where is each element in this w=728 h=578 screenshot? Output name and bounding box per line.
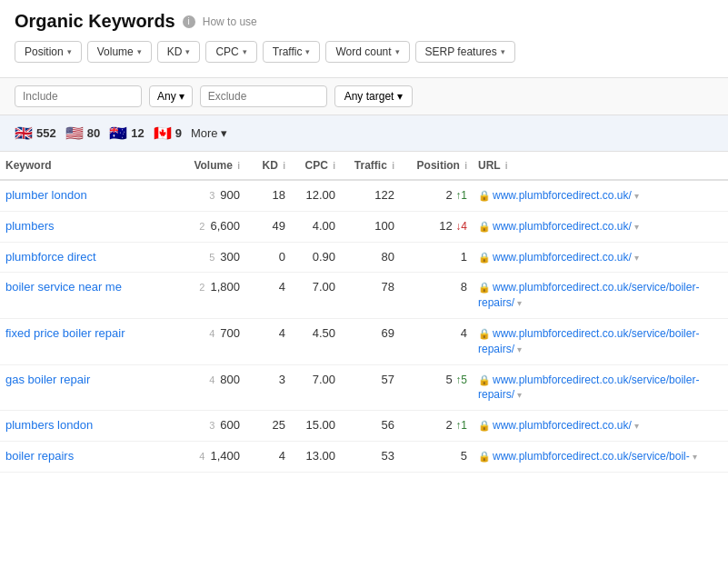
volume-cell: 41,400 — [182, 441, 245, 472]
position-cell: 5 ↑5 — [400, 364, 473, 411]
page-title: Organic Keywords — [15, 11, 175, 32]
title-row: Organic Keywords i How to use — [15, 11, 713, 32]
keyword-cell[interactable]: plumbers london — [0, 411, 182, 442]
volume-cell: 26,600 — [182, 211, 245, 242]
col-header-position: Position i — [400, 152, 473, 180]
kd-cell: 25 — [245, 411, 291, 442]
traffic-cell: 53 — [341, 441, 400, 472]
page-header: Organic Keywords i How to use Position▾V… — [0, 0, 728, 78]
kd-cell: 0 — [245, 242, 291, 273]
url-cell[interactable]: 🔒www.plumbforcedirect.co.uk/service/boil… — [473, 364, 728, 411]
position-cell: 8 — [400, 273, 473, 319]
url-cell[interactable]: 🔒www.plumbforcedirect.co.uk/service/boil… — [473, 318, 728, 364]
cpc-cell: 12.00 — [291, 180, 341, 211]
keyword-cell[interactable]: plumbers — [0, 211, 182, 242]
flag-item-uk[interactable]: 🇬🇧552 — [15, 125, 56, 142]
kd-cell: 4 — [245, 273, 291, 319]
table-row: fixed price boiler repair470044.50694🔒ww… — [0, 318, 728, 364]
col-header-kd: KD i — [245, 152, 291, 180]
kd-cell: 18 — [245, 180, 291, 211]
flag-item-au[interactable]: 🇦🇺12 — [109, 125, 144, 142]
cpc-cell: 7.00 — [291, 364, 341, 411]
keyword-cell[interactable]: boiler service near me — [0, 273, 182, 319]
kd-cell: 4 — [245, 318, 291, 364]
volume-cell: 21,800 — [182, 273, 245, 319]
table-row: plumber london39001812.001222 ↑1🔒www.plu… — [0, 180, 728, 211]
kd-cell: 4 — [245, 441, 291, 472]
keyword-cell[interactable]: fixed price boiler repair — [0, 318, 182, 364]
filter-btn-word-count[interactable]: Word count▾ — [325, 41, 409, 63]
traffic-cell: 56 — [341, 411, 400, 442]
filter-btn-kd[interactable]: KD▾ — [157, 41, 201, 63]
table-row: plumbers london36002515.00562 ↑1🔒www.plu… — [0, 411, 728, 442]
cpc-cell: 15.00 — [291, 411, 341, 442]
cpc-cell: 7.00 — [291, 273, 341, 319]
table-row: boiler repairs41,400413.00535🔒www.plumbf… — [0, 441, 728, 472]
flags-row: 🇬🇧552🇺🇸80🇦🇺12🇨🇦9More▾ — [0, 115, 728, 152]
table-row: boiler service near me21,80047.00788🔒www… — [0, 273, 728, 319]
position-cell: 12 ↓4 — [400, 211, 473, 242]
url-cell[interactable]: 🔒www.plumbforcedirect.co.uk/ ▾ — [473, 211, 728, 242]
filter-buttons: Position▾Volume▾KD▾CPC▾Traffic▾Word coun… — [15, 41, 713, 63]
traffic-cell: 122 — [341, 180, 400, 211]
exclude-input[interactable] — [200, 85, 327, 107]
flag-item-ca[interactable]: 🇨🇦9 — [154, 125, 182, 142]
position-cell: 2 ↑1 — [400, 180, 473, 211]
filter-btn-traffic[interactable]: Traffic▾ — [263, 41, 321, 63]
keyword-cell[interactable]: plumbforce direct — [0, 242, 182, 273]
filter-btn-volume[interactable]: Volume▾ — [87, 41, 152, 63]
more-flags-button[interactable]: More▾ — [191, 126, 227, 140]
url-cell[interactable]: 🔒www.plumbforcedirect.co.uk/ ▾ — [473, 242, 728, 273]
traffic-cell: 69 — [341, 318, 400, 364]
col-header-url: URL i — [473, 152, 728, 180]
traffic-cell: 100 — [341, 211, 400, 242]
col-header-traffic: Traffic i — [341, 152, 400, 180]
filter-btn-cpc[interactable]: CPC▾ — [205, 41, 256, 63]
col-header-cpc: CPC i — [291, 152, 341, 180]
how-to-use-link[interactable]: How to use — [203, 15, 257, 28]
volume-cell: 4800 — [182, 364, 245, 411]
filter-row: Any ▾ Any target ▾ — [0, 78, 728, 115]
volume-cell: 4700 — [182, 318, 245, 364]
keywords-table: Keyword Volume i KD i CPC i Traffic i Po… — [0, 152, 728, 473]
url-cell[interactable]: 🔒www.plumbforcedirect.co.uk/service/boil… — [473, 273, 728, 319]
kd-cell: 3 — [245, 364, 291, 411]
url-cell[interactable]: 🔒www.plumbforcedirect.co.uk/service/boil… — [473, 441, 728, 472]
any-target-button[interactable]: Any target ▾ — [334, 85, 413, 107]
cpc-cell: 0.90 — [291, 242, 341, 273]
keyword-cell[interactable]: boiler repairs — [0, 441, 182, 472]
volume-cell: 3600 — [182, 411, 245, 442]
cpc-cell: 4.00 — [291, 211, 341, 242]
traffic-cell: 78 — [341, 273, 400, 319]
keyword-cell[interactable]: plumber london — [0, 180, 182, 211]
col-header-keyword: Keyword — [0, 152, 182, 180]
position-cell: 2 ↑1 — [400, 411, 473, 442]
cpc-cell: 4.50 — [291, 318, 341, 364]
flag-item-us[interactable]: 🇺🇸80 — [65, 125, 100, 142]
position-cell: 5 — [400, 441, 473, 472]
table-row: plumbforce direct530000.90801🔒www.plumbf… — [0, 242, 728, 273]
table-row: gas boiler repair480037.00575 ↑5🔒www.plu… — [0, 364, 728, 411]
title-info-icon[interactable]: i — [183, 15, 195, 28]
include-input[interactable] — [15, 85, 142, 107]
cpc-cell: 13.00 — [291, 441, 341, 472]
url-cell[interactable]: 🔒www.plumbforcedirect.co.uk/ ▾ — [473, 411, 728, 442]
volume-cell: 5300 — [182, 242, 245, 273]
position-cell: 1 — [400, 242, 473, 273]
filter-btn-serp-features[interactable]: SERP features▾ — [415, 41, 515, 63]
table-row: plumbers26,600494.0010012 ↓4🔒www.plumbfo… — [0, 211, 728, 242]
url-cell[interactable]: 🔒www.plumbforcedirect.co.uk/ ▾ — [473, 180, 728, 211]
kd-cell: 49 — [245, 211, 291, 242]
keyword-cell[interactable]: gas boiler repair — [0, 364, 182, 411]
traffic-cell: 57 — [341, 364, 400, 411]
table-header: Keyword Volume i KD i CPC i Traffic i Po… — [0, 152, 728, 180]
any-button[interactable]: Any ▾ — [149, 85, 193, 107]
traffic-cell: 80 — [341, 242, 400, 273]
filter-btn-position[interactable]: Position▾ — [15, 41, 82, 63]
volume-cell: 3900 — [182, 180, 245, 211]
col-header-volume: Volume i — [182, 152, 245, 180]
position-cell: 4 — [400, 318, 473, 364]
table-body: plumber london39001812.001222 ↑1🔒www.plu… — [0, 180, 728, 472]
